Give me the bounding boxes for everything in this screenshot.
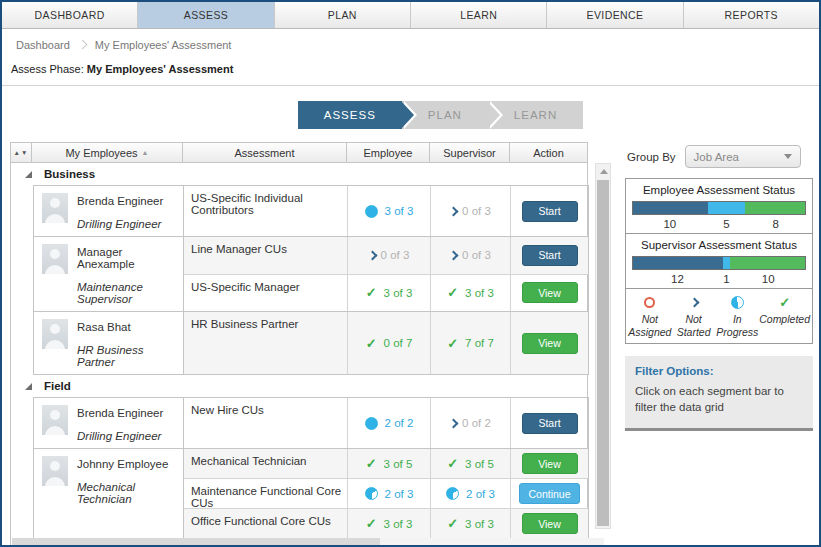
legend-item: Not Started (672, 295, 716, 338)
employee-name-cell: Rasa BhatHR Business Partner (34, 312, 184, 374)
start-button[interactable]: Start (522, 413, 578, 434)
status-text: 3 of 5 (384, 458, 413, 470)
view-button[interactable]: View (522, 282, 578, 303)
group-by-value: Job Area (694, 151, 784, 163)
breadcrumb-dashboard-link[interactable]: Dashboard (16, 39, 70, 51)
sort-toggle-header[interactable]: ▲▼ (10, 142, 32, 163)
legend-label: Not Started (672, 313, 716, 338)
view-button[interactable]: View (522, 333, 578, 354)
vertical-scrollbar-thumb[interactable] (597, 180, 609, 526)
col-header-supervisor[interactable]: Supervisor (430, 142, 510, 163)
assessment-name: HR Business Partner (184, 312, 348, 374)
not-started-icon (449, 250, 459, 260)
collapse-triangle-icon[interactable] (25, 171, 32, 178)
tab-plan[interactable]: PLAN (275, 2, 411, 28)
assessment-name: Line Manager CUs (184, 237, 348, 274)
view-button[interactable]: View (522, 513, 578, 534)
in-progress-icon (446, 487, 459, 500)
col-header-assessment[interactable]: Assessment (183, 142, 347, 163)
group-label: Business (44, 168, 95, 180)
employee-name-cell: Johnny EmployeeMechanical Technician (34, 449, 184, 538)
employee-name-cell: Brenda EngineerDrilling Engineer (34, 186, 184, 236)
status-text: 0 of 2 (462, 417, 491, 429)
segment-values: 1058 (632, 215, 806, 232)
status-cell-e: 3 of 3 (348, 186, 431, 236)
status-cell-s: 0 of 3 (431, 186, 511, 236)
group-by-control: Group By Job Area (627, 145, 813, 168)
tab-evidence[interactable]: EVIDENCE (547, 2, 683, 28)
completed-icon: ✓ (366, 337, 377, 350)
assessment-row: US-Specific Individual Contributors3 of … (184, 186, 588, 236)
sort-icons: ▲▼ (14, 149, 29, 156)
legend-item: In Progress (715, 295, 759, 338)
status-cell-e: ✓3 of 3 (348, 275, 431, 312)
status-chart: Employee Assessment Status1058 (625, 178, 813, 234)
completed-icon: ✓ (447, 457, 458, 470)
not-started-icon (449, 418, 459, 428)
continue-button[interactable]: Continue (519, 483, 579, 504)
not-started-icon (367, 250, 377, 260)
employee-job-title: HR Business Partner (77, 344, 177, 368)
avatar (42, 405, 68, 435)
employee-job-title: Drilling Engineer (77, 218, 163, 230)
grid-vertical-scrollbar[interactable] (595, 163, 611, 529)
status-text: 3 of 3 (384, 518, 413, 530)
action-cell: View (511, 275, 588, 312)
view-button[interactable]: View (522, 453, 578, 474)
start-button[interactable]: Start (522, 201, 578, 222)
not-assigned-icon (644, 295, 655, 309)
col-header-employee[interactable]: Employee (347, 142, 430, 163)
bar-segment-not-started[interactable] (633, 202, 708, 214)
tab-reports[interactable]: REPORTS (684, 2, 819, 28)
avatar (42, 319, 68, 349)
status-cell-s: ✓7 of 7 (431, 312, 511, 374)
employee-name: Brenda Engineer (77, 407, 163, 419)
tab-assess[interactable]: ASSESS (138, 2, 274, 28)
bar-segment-completed[interactable] (745, 202, 805, 214)
status-cell-e: 0 of 3 (348, 237, 431, 274)
bar-segment-completed[interactable] (730, 257, 805, 269)
action-cell: Continue (511, 479, 588, 508)
employee-name: Manager Anexample (77, 246, 177, 270)
status-text: 3 of 3 (465, 287, 494, 299)
employee-name: Rasa Bhat (77, 321, 177, 333)
assessment-grid: ▲▼ My Employees ▲ Assessment Employee Su… (10, 142, 588, 547)
col-header-my-employees[interactable]: My Employees ▲ (32, 142, 183, 163)
grid-horizontal-scrollbar[interactable] (12, 538, 604, 545)
assessment-row: Line Manager CUs0 of 30 of 3Start (184, 237, 588, 275)
in-progress-icon (365, 205, 378, 218)
employee-name-cell: Brenda EngineerDrilling Engineer (34, 398, 184, 448)
scroll-up-arrow-icon[interactable] (600, 169, 608, 174)
action-cell: Start (511, 237, 588, 274)
assessment-name: Mechanical Technician (184, 449, 348, 478)
action-cell: View (511, 449, 588, 478)
horizontal-scrollbar-thumb[interactable] (12, 538, 380, 545)
group-row-business[interactable]: Business (11, 163, 587, 185)
bar-segment-in-progress[interactable] (708, 202, 745, 214)
employee-name-cell: Manager AnexampleMaintenance Supervisor (34, 237, 184, 311)
start-button[interactable]: Start (522, 245, 578, 266)
grid-body: BusinessBrenda EngineerDrilling Engineer… (10, 163, 588, 547)
group-by-dropdown[interactable]: Job Area (685, 145, 801, 168)
assessment-name: New Hire CUs (184, 398, 348, 448)
tab-dashboard[interactable]: DASHBOARD (2, 2, 138, 28)
status-text: 3 of 5 (465, 458, 494, 470)
status-cell-s: ✓3 of 3 (431, 275, 511, 312)
status-text: 0 of 3 (462, 249, 491, 261)
completed-icon: ✓ (447, 286, 458, 299)
group-row-field[interactable]: Field (11, 375, 587, 397)
completed-icon: ✓ (366, 457, 377, 470)
page-title: Assess Phase: My Employees' Assessment (2, 55, 819, 75)
segment-value: 10 (730, 270, 806, 287)
divider (2, 85, 819, 86)
bar-segment-in-progress[interactable] (723, 257, 730, 269)
breadcrumb-chevron-icon (77, 40, 87, 50)
dropdown-caret-icon (784, 154, 792, 159)
tab-learn[interactable]: LEARN (411, 2, 547, 28)
phase-step-assess[interactable]: ASSESS (298, 101, 402, 129)
collapse-triangle-icon[interactable] (25, 383, 32, 390)
assessment-row: Mechanical Technician✓3 of 5✓3 of 5View (184, 449, 588, 479)
in-progress-icon (365, 487, 378, 500)
bar-segment-not-started[interactable] (633, 257, 723, 269)
status-text: 7 of 7 (465, 337, 494, 349)
